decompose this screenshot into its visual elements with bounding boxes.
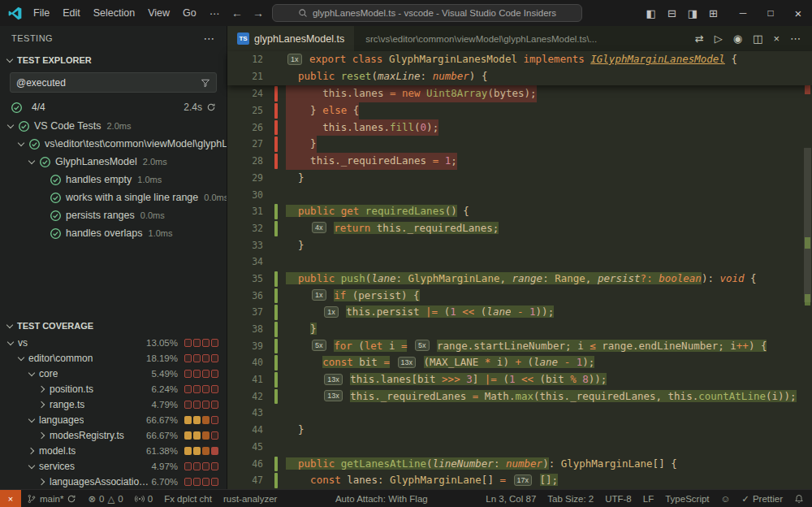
close-editor-icon[interactable]: × bbox=[773, 32, 780, 45]
test-item[interactable]: GlyphLanesModel2.0ms bbox=[0, 153, 227, 171]
notifications-bell[interactable] bbox=[788, 490, 812, 507]
chevron-down-icon[interactable] bbox=[17, 140, 25, 148]
chevron-right-icon[interactable] bbox=[38, 385, 46, 393]
chevron-down-icon[interactable] bbox=[6, 122, 15, 130]
menu-edit[interactable]: Edit bbox=[56, 5, 87, 22]
cursor-position-status[interactable]: Ln 3, Col 87 bbox=[480, 490, 542, 507]
code-line[interactable]: 31 public get requiredLanes() { bbox=[227, 203, 812, 220]
code-line[interactable]: 29 } bbox=[227, 170, 812, 187]
test-item[interactable]: works with a single line range0.0ms bbox=[0, 188, 227, 206]
line-number[interactable]: 43 bbox=[227, 405, 263, 422]
menu-selection[interactable]: Selection bbox=[87, 5, 141, 22]
code-line[interactable]: 44 } bbox=[227, 422, 812, 439]
tab-glyphlanesmodel[interactable]: TS glyphLanesModel.ts bbox=[227, 26, 354, 51]
chevron-right-icon[interactable] bbox=[28, 447, 36, 455]
chevron-right-icon[interactable] bbox=[38, 401, 46, 409]
code-line[interactable]: 37 1x this.persist |= (1 << (lane - 1)); bbox=[227, 304, 812, 321]
chevron-down-icon[interactable] bbox=[28, 370, 36, 378]
line-number[interactable]: 33 bbox=[227, 237, 263, 254]
chevron-down-icon[interactable] bbox=[28, 158, 36, 166]
chevron-right-icon[interactable] bbox=[38, 431, 46, 440]
code-line[interactable]: 21 public reset(maxLine: number) { bbox=[227, 68, 812, 85]
chevron-down-icon[interactable] bbox=[6, 339, 15, 347]
chevron-down-icon[interactable] bbox=[28, 462, 36, 470]
line-number[interactable]: 32 bbox=[227, 220, 263, 237]
code-line[interactable]: 47 const lanes: GlyphMarginLane[] = 17x … bbox=[227, 472, 812, 489]
customize-layout-icon[interactable]: ⊞ bbox=[709, 7, 718, 20]
coverage-item[interactable]: vs13.05% bbox=[0, 335, 227, 350]
code-line[interactable]: 45 bbox=[227, 439, 812, 456]
go-forward-icon[interactable]: → bbox=[251, 6, 266, 20]
line-number[interactable]: 24 bbox=[227, 85, 263, 102]
minimize-button[interactable]: ─ bbox=[729, 0, 757, 26]
run-test-icon[interactable]: ▷ bbox=[715, 32, 723, 45]
code-line[interactable]: 33 } bbox=[227, 237, 812, 254]
line-number[interactable]: 26 bbox=[227, 119, 263, 136]
menu-view[interactable]: View bbox=[141, 5, 176, 22]
split-editor-icon[interactable]: ◫ bbox=[753, 32, 762, 45]
code-line[interactable]: 42 13x this._requiredLanes = Math.max(th… bbox=[227, 388, 812, 405]
toggle-secondary-sidebar-icon[interactable]: ◨ bbox=[688, 7, 698, 20]
chevron-right-icon[interactable] bbox=[38, 478, 46, 486]
test-item[interactable]: VS Code Tests2.0ms bbox=[0, 117, 227, 135]
problems-status[interactable]: ⊗ 0 △ 0 bbox=[82, 490, 128, 507]
coverage-item[interactable]: position.ts6.24% bbox=[0, 381, 227, 396]
code-line[interactable]: 28 this._requiredLanes = 1; bbox=[227, 153, 812, 170]
toggle-primary-sidebar-icon[interactable]: ◧ bbox=[646, 7, 656, 20]
line-number[interactable]: 39 bbox=[227, 338, 263, 355]
code-line[interactable]: 26 this.lanes.fill(0); bbox=[227, 119, 812, 136]
line-number[interactable]: 44 bbox=[227, 422, 263, 439]
code-line[interactable]: 43 bbox=[227, 405, 812, 422]
code-line[interactable]: 46 public getLanesAtLine(lineNumber: num… bbox=[227, 456, 812, 473]
chevron-down-icon[interactable] bbox=[28, 416, 36, 424]
more-actions-icon[interactable]: ⋯ bbox=[790, 32, 801, 45]
code-line[interactable]: 36 1x if (persist) { bbox=[227, 288, 812, 305]
refresh-tests-icon[interactable] bbox=[206, 102, 216, 112]
breadcrumb[interactable]: src\vs\editor\common\viewModel\glyphLane… bbox=[365, 34, 597, 44]
run-coverage-icon[interactable]: ◉ bbox=[733, 32, 742, 45]
code-line[interactable]: 25 } else { bbox=[227, 102, 812, 119]
line-number[interactable]: 34 bbox=[227, 254, 263, 271]
line-number[interactable]: 47 bbox=[227, 472, 263, 489]
code-line[interactable]: 30 bbox=[227, 187, 812, 204]
code-line[interactable]: 27 } bbox=[227, 136, 812, 153]
line-number[interactable]: 35 bbox=[227, 271, 263, 288]
test-item[interactable]: persists ranges0.0ms bbox=[0, 206, 227, 224]
test-filter-input[interactable] bbox=[16, 77, 201, 89]
line-number[interactable]: 30 bbox=[227, 187, 263, 204]
code-line[interactable]: 34 bbox=[227, 254, 812, 271]
command-center-search[interactable]: glyphLanesModel.ts - vscode - Visual Stu… bbox=[272, 4, 582, 22]
line-number[interactable]: 27 bbox=[227, 136, 263, 153]
line-number[interactable]: 38 bbox=[227, 321, 263, 338]
menu-go[interactable]: Go bbox=[176, 5, 203, 22]
close-button[interactable]: × bbox=[784, 0, 812, 26]
line-number[interactable]: 46 bbox=[227, 456, 263, 473]
coverage-item[interactable]: languagesAssociations.ts6.70% bbox=[0, 474, 227, 489]
line-number[interactable]: 31 bbox=[227, 203, 263, 220]
test-item[interactable]: handles overlaps1.0ms bbox=[0, 224, 227, 242]
coverage-item[interactable]: modesRegistry.ts66.67% bbox=[0, 427, 227, 443]
code-line[interactable]: 32 4x return this._requiredLanes; bbox=[227, 220, 812, 237]
ports-status[interactable]: 0 bbox=[129, 490, 158, 507]
toggle-panel-icon[interactable]: ⊟ bbox=[667, 7, 676, 20]
coverage-item[interactable]: services4.97% bbox=[0, 458, 227, 474]
line-number[interactable]: 28 bbox=[227, 153, 263, 170]
coverage-item[interactable]: model.ts61.38% bbox=[0, 443, 227, 458]
editor-scrollbar[interactable] bbox=[802, 26, 812, 489]
git-branch-status[interactable]: main* bbox=[21, 490, 82, 507]
line-number[interactable]: 40 bbox=[227, 354, 263, 371]
rust-analyzer-status[interactable]: rust-analyzer bbox=[218, 490, 283, 507]
line-number[interactable]: 21 bbox=[227, 68, 263, 85]
code-line[interactable]: 41 13x this.lanes[bit >>> 3] |= (1 << (b… bbox=[227, 371, 812, 388]
line-number[interactable]: 36 bbox=[227, 288, 263, 305]
menu-more[interactable]: ⋯ bbox=[203, 5, 227, 22]
line-number[interactable]: 25 bbox=[227, 102, 263, 119]
prettier-status[interactable]: ✓ Prettier bbox=[736, 490, 788, 507]
line-number[interactable]: 29 bbox=[227, 170, 263, 187]
line-number[interactable]: 37 bbox=[227, 304, 263, 321]
code-line[interactable]: 39 5x for (let i = 5x range.startLineNum… bbox=[227, 338, 812, 355]
line-number[interactable]: 45 bbox=[227, 439, 263, 456]
test-explorer-header[interactable]: TEST EXPLORER bbox=[0, 50, 227, 69]
scrollbar-thumb[interactable] bbox=[804, 148, 811, 302]
encoding-status[interactable]: UTF-8 bbox=[599, 490, 637, 507]
